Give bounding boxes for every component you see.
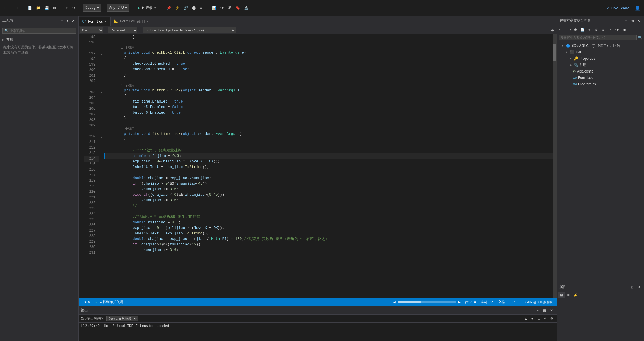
code-text-area[interactable]: } 1 个引用 private void checkBox1_Click(obj…	[104, 34, 553, 298]
sol-pin-button[interactable]: −	[623, 18, 629, 24]
output-filter-button[interactable]: ⚙	[549, 316, 554, 321]
sol-preview-button[interactable]: 👁	[614, 26, 620, 33]
programcs-tree-item[interactable]: C# Program.cs	[557, 81, 644, 87]
modules-button[interactable]: □	[204, 5, 210, 11]
performance-button[interactable]: ⚡	[173, 5, 181, 11]
toolbox-close-button[interactable]: ✕	[71, 18, 76, 23]
toolbox-pin-button[interactable]: −	[60, 18, 64, 23]
output-panel: 输出 − ⊞ ✕ 显示输出来源(S): Xamarin 热重装 ▲ ▼ ☐ ↵ …	[79, 306, 557, 341]
sol-collapse-button[interactable]: ≡	[600, 26, 606, 33]
sep1	[23, 4, 23, 11]
appconfig-tree-item[interactable]: ⚙ App.config	[557, 68, 644, 75]
sol-git-button[interactable]: ⑃	[607, 26, 613, 33]
output-pin-button[interactable]: −	[535, 308, 540, 313]
output-toolbar: 显示输出来源(S): Xamarin 热重装 ▲ ▼ ☐ ↵ ⚙	[79, 315, 557, 323]
vertical-scrollbar[interactable]	[553, 34, 557, 298]
encoding-status[interactable]: CRLF	[508, 300, 520, 304]
cpu-config-dropdown[interactable]: Any CPU ▼	[107, 4, 129, 12]
namespace-selector[interactable]: Car	[80, 27, 103, 33]
autos-button[interactable]: ⌘	[226, 5, 233, 11]
nav-expand-button[interactable]: ⊕	[549, 27, 556, 33]
tab-form1-design[interactable]: 📐 Form1.cs [设计] ✕	[111, 17, 152, 26]
solution-expand-icon[interactable]: ▼	[561, 44, 565, 48]
prop-event-button[interactable]: ⚡	[572, 292, 579, 298]
tabs-bar: C# Form1.cs ✕ 📐 Form1.cs [设计] ✕	[79, 16, 557, 26]
pin-button[interactable]: 📌	[165, 5, 173, 11]
sol-filter-button[interactable]: ⊞	[586, 26, 593, 33]
class-selector[interactable]: Car.Form1	[108, 27, 137, 33]
sol-float-button[interactable]: ⊞	[629, 18, 635, 24]
sol-properties-button[interactable]: ⚙	[572, 26, 579, 33]
undo-button[interactable]: ↩	[64, 5, 70, 11]
threads-button[interactable]: ≡	[198, 5, 204, 11]
sol-all-files-button[interactable]: 📄	[579, 26, 586, 33]
redo-button[interactable]: ↪	[71, 5, 77, 11]
solution-search-button[interactable]: 🔍	[638, 36, 642, 40]
toolbox-menu-button[interactable]: ▾	[65, 18, 70, 23]
prop-float-button[interactable]: ⊞	[629, 284, 635, 290]
user-profile-button[interactable]: 👤	[634, 4, 642, 12]
solution-search-input[interactable]	[559, 35, 637, 40]
attach-button[interactable]: 🔗	[182, 5, 190, 11]
bp-slot28	[79, 184, 84, 189]
sol-back-button[interactable]: ⟵	[558, 26, 565, 33]
solution-explorer-header: 解决方案资源管理器 − ⊞ ✕	[557, 16, 644, 25]
form1cs-tree-item[interactable]: C# Form1.cs	[557, 75, 644, 81]
zoom-status[interactable]: 94 %	[81, 300, 92, 304]
output-wrap-button[interactable]: ↵	[542, 316, 548, 321]
bookmark-button[interactable]: 🔖	[234, 5, 242, 11]
output-down-button[interactable]: ▼	[529, 316, 535, 321]
tab-form1-cs-close[interactable]: ✕	[104, 20, 107, 23]
save-button[interactable]: 💾	[43, 5, 51, 11]
output-header: 输出 − ⊞ ✕	[79, 306, 557, 315]
scroll-right-btn[interactable]: ▶	[457, 301, 462, 304]
scroll-left-btn[interactable]: ◀	[392, 301, 397, 304]
output-close-button[interactable]: ✕	[549, 308, 554, 313]
open-file-button[interactable]: 📁	[34, 5, 42, 11]
sol-scope-button[interactable]: ◉	[621, 26, 627, 33]
prop-alpha-button[interactable]: ≡	[565, 292, 572, 298]
start-button[interactable]: ▶ ▶ 启动 ▼	[135, 5, 159, 11]
start-chevron-icon: ▼	[154, 6, 156, 9]
properties-expand-icon[interactable]: ▶	[569, 56, 573, 61]
method-selector[interactable]: fix_time_Tick(object sender, EventArgs e…	[143, 27, 236, 33]
forward-button[interactable]: ⟶	[11, 5, 20, 11]
scrollbar-thumb[interactable]	[553, 44, 556, 61]
solution-root-item[interactable]: ▼ 🔷 解决方案'Car'(1 个项目/共 1 个)	[557, 43, 644, 49]
sol-forward-button[interactable]: ⟶	[565, 26, 572, 33]
h-scrollbar-thumb[interactable]	[398, 301, 421, 303]
project-car-item[interactable]: ▼ ⬛ Car	[557, 49, 644, 55]
new-file-button[interactable]: 📄	[26, 5, 34, 11]
references-expand-icon[interactable]: ▶	[569, 63, 573, 67]
code-container: 195 196 · 197 198 199 200 201 202 · 203 …	[79, 34, 557, 298]
toolbox-section-header[interactable]: ▶ 常规	[2, 36, 76, 43]
debug-config-dropdown[interactable]: Debug ▼	[83, 4, 101, 12]
call-stack-button[interactable]: 📊	[210, 5, 218, 11]
sol-close-button[interactable]: ✕	[636, 18, 642, 24]
output-float-button[interactable]: ⊞	[542, 308, 547, 313]
prop-close-button[interactable]: ✕	[636, 284, 642, 290]
sol-refresh-button[interactable]: ↺	[593, 26, 599, 33]
spaces-status[interactable]: 空格	[496, 300, 507, 305]
output-source-select[interactable]: Xamarin 热重装	[106, 316, 138, 321]
bp-slot32	[79, 206, 84, 211]
watch-button[interactable]: 👁	[219, 5, 226, 11]
breakpoints-button[interactable]: ⬤	[190, 5, 198, 11]
live-share-button[interactable]: ↗ Live Share	[604, 5, 632, 11]
horizontal-scrollbar[interactable]	[398, 301, 456, 303]
no-issues-status[interactable]: ✓ 未找到相关问题	[93, 300, 125, 305]
tab-form1-cs[interactable]: C# Form1.cs ✕	[79, 17, 111, 26]
diagnostics-button[interactable]: 🔬	[242, 5, 250, 11]
toolbox-search-box[interactable]: 🔍	[2, 28, 76, 34]
output-up-button[interactable]: ▲	[523, 316, 529, 321]
tab-form1-design-close[interactable]: ✕	[146, 20, 149, 23]
back-button[interactable]: ⟵	[2, 5, 11, 11]
properties-tree-item[interactable]: ▶ 🔑 Properties	[557, 55, 644, 62]
prop-category-button[interactable]: ⊞	[558, 292, 565, 298]
save-all-button[interactable]: ⊞	[51, 5, 58, 11]
prop-pin-button[interactable]: −	[622, 284, 628, 290]
toolbox-search-input[interactable]	[10, 29, 74, 33]
references-tree-item[interactable]: ▶ 📎 引用	[557, 62, 644, 68]
project-expand-icon[interactable]: ▼	[565, 50, 569, 54]
output-clear-button[interactable]: ☐	[536, 316, 542, 321]
